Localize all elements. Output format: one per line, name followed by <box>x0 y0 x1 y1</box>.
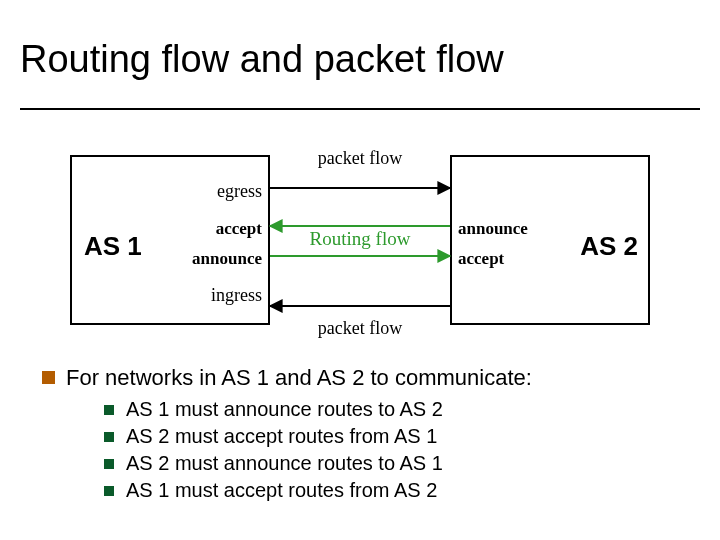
as2-box: announce accept AS 2 <box>450 155 650 325</box>
as1-ingress-label: ingress <box>211 285 262 306</box>
packet-flow-top-label: packet flow <box>270 148 450 169</box>
as2-label: AS 2 <box>580 231 638 262</box>
lead-line: For networks in AS 1 and AS 2 to communi… <box>40 364 690 392</box>
slide: Routing flow and packet flow AS 1 egress… <box>0 0 720 540</box>
packet-flow-bottom-label: packet flow <box>270 318 450 339</box>
bullet-4: AS 1 must accept routes from AS 2 <box>104 479 690 502</box>
lead-for: For <box>66 365 99 390</box>
routing-diagram: AS 1 egress accept announce ingress anno… <box>70 140 650 350</box>
bullet-1: AS 1 must announce routes to AS 2 <box>104 398 690 421</box>
as1-announce-label: announce <box>192 249 262 269</box>
as1-egress-label: egress <box>217 181 262 202</box>
body-text: For networks in AS 1 and AS 2 to communi… <box>40 364 690 506</box>
as2-announce-label: announce <box>458 219 528 239</box>
bullet-2: AS 2 must accept routes from AS 1 <box>104 425 690 448</box>
title-underline <box>20 108 700 110</box>
as1-accept-label: accept <box>216 219 262 239</box>
as2-accept-label: accept <box>458 249 504 269</box>
as1-box: AS 1 egress accept announce ingress <box>70 155 270 325</box>
routing-flow-label: Routing flow <box>270 228 450 250</box>
as1-label: AS 1 <box>84 231 142 262</box>
lead-rest: networks in AS 1 and AS 2 to communicate… <box>99 365 532 390</box>
bullet-3: AS 2 must announce routes to AS 1 <box>104 452 690 475</box>
diagram-center: packet flow Routing flow packet flow <box>270 140 450 340</box>
slide-title: Routing flow and packet flow <box>20 38 504 81</box>
